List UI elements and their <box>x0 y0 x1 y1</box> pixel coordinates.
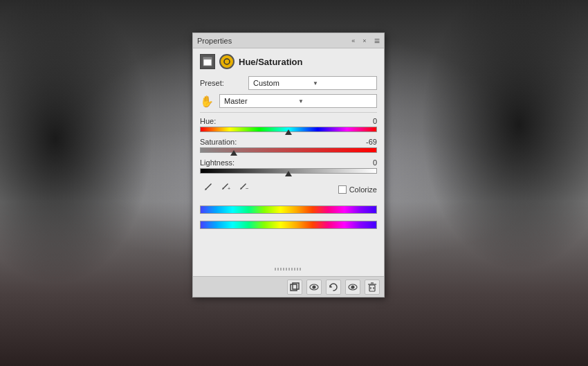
saturation-thumb[interactable] <box>230 150 237 156</box>
svg-point-11 <box>351 286 354 289</box>
lightness-track-container[interactable] <box>200 168 377 174</box>
rainbow-bar-bottom <box>200 221 377 229</box>
svg-point-9 <box>313 286 315 289</box>
view-previous-button[interactable] <box>306 280 322 295</box>
panel-header: Hue/Saturation <box>200 54 377 69</box>
lightness-label: Lightness: <box>200 158 235 167</box>
hue-header: Hue: 0 <box>200 117 377 125</box>
collapse-button[interactable]: « <box>349 37 358 45</box>
menu-button[interactable]: ≡ <box>374 35 380 46</box>
reset-button[interactable] <box>326 280 341 295</box>
drag-handle <box>275 268 302 271</box>
panel-body: Hue/Saturation Preset: Custom ▼ ✋ Master… <box>193 48 384 235</box>
channel-row: ✋ Master ▼ <box>200 94 377 108</box>
preset-label: Preset: <box>200 79 248 87</box>
panel-spacer <box>193 235 384 276</box>
hue-section: Hue: 0 <box>200 117 377 132</box>
saturation-header: Saturation: -69 <box>200 138 377 146</box>
tools-colorize-row: + − Colorize <box>200 179 377 200</box>
svg-rect-1 <box>203 57 212 60</box>
eyedropper-button[interactable] <box>200 179 215 194</box>
saturation-track-container[interactable] <box>200 147 377 153</box>
preset-select[interactable]: Custom ▼ <box>248 76 377 90</box>
panel-controls: « × ≡ <box>349 35 380 46</box>
divider-1 <box>200 112 377 113</box>
hue-track-container[interactable] <box>200 127 377 132</box>
eyedropper-tools: + − <box>200 179 251 194</box>
lightness-value: 0 <box>373 158 377 167</box>
svg-text:+: + <box>228 186 230 191</box>
saturation-value: -69 <box>366 138 377 146</box>
adjustment-icon <box>219 54 235 69</box>
hue-label: Hue: <box>200 117 216 125</box>
layer-icon <box>200 54 215 69</box>
panel-footer <box>193 276 384 297</box>
panel-titlebar: Properties « × ≡ <box>193 33 384 48</box>
colorize-checkbox[interactable] <box>338 185 347 194</box>
lightness-section: Lightness: 0 <box>200 158 377 174</box>
rainbow-bar-top <box>200 205 377 214</box>
preset-row: Preset: Custom ▼ <box>200 76 377 90</box>
properties-panel: Properties « × ≡ Hue/Saturation <box>192 33 385 298</box>
visibility-button[interactable] <box>345 280 360 295</box>
hue-thumb[interactable] <box>285 129 292 135</box>
panel-title: Properties <box>197 37 349 45</box>
delete-button[interactable] <box>365 280 380 295</box>
panel-heading: Hue/Saturation <box>239 57 302 67</box>
lightness-header: Lightness: 0 <box>200 158 377 167</box>
saturation-track <box>200 147 377 153</box>
lightness-thumb[interactable] <box>285 171 292 176</box>
hand-tool-icon[interactable]: ✋ <box>200 94 214 108</box>
hue-value: 0 <box>373 117 377 125</box>
channel-select[interactable]: Master ▼ <box>219 94 377 108</box>
preset-dropdown-arrow: ▼ <box>313 80 372 86</box>
svg-point-2 <box>224 59 230 64</box>
colorize-row: Colorize <box>338 185 377 194</box>
saturation-label: Saturation: <box>200 138 237 146</box>
eyedropper-add-button[interactable]: + <box>218 179 233 194</box>
colorize-label: Colorize <box>349 185 377 194</box>
add-layer-button[interactable] <box>287 280 302 295</box>
close-button[interactable]: × <box>360 37 369 45</box>
saturation-section: Saturation: -69 <box>200 138 377 153</box>
eyedropper-subtract-button[interactable]: − <box>236 179 251 194</box>
channel-dropdown-arrow: ▼ <box>298 98 372 104</box>
svg-rect-12 <box>369 285 375 291</box>
svg-text:−: − <box>246 185 248 192</box>
